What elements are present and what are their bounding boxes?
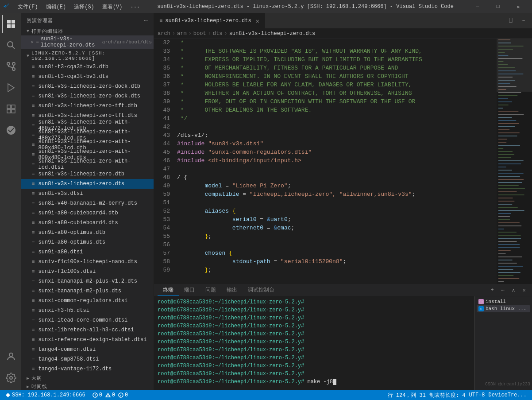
code-editor[interactable]: 3233343536373839404142434445464748495051… (154, 39, 497, 284)
status-tabsize[interactable]: 制表符长度: 4 (428, 390, 467, 400)
tab-close-button[interactable]: ✕ (254, 17, 261, 24)
terminal-prompt-3: root@d6788caa53d9:~/licheepi/linux-zero-… (158, 323, 304, 329)
tree-item-label: suniv-f1c100s.dtsi (39, 268, 96, 275)
status-line-ending[interactable]: DeviceTre... (487, 390, 528, 400)
terminal-split-button[interactable]: ⋯ (498, 286, 507, 295)
status-ssh[interactable]: SSH: 192.168.1.249:6666 (4, 390, 87, 400)
breadcrumb: arch › arm › boot › dts › sun8i-v3s-lich… (154, 29, 532, 39)
breadcrumb-boot[interactable]: boot (193, 31, 206, 37)
code-line: chosen { (177, 249, 497, 257)
tree-item[interactable]: ≡ sun8i-v3s-licheepi-zero.dts (21, 179, 154, 189)
editor-close-button[interactable]: ✕ (30, 39, 34, 45)
status-position[interactable]: 行 124，列 31 (386, 390, 428, 400)
timeline-section-header[interactable]: ▶ 时间线 (21, 382, 154, 390)
tree-item[interactable]: ≡ sun8i-v3s-licheepi-zero-dock.dts (21, 91, 154, 101)
code-lines[interactable]: * * THE SOFTWARE IS PROVIDED "AS IS", WI… (173, 39, 497, 284)
tree-item[interactable]: ≡ sun9i-a80-cubieboard4.dts (21, 218, 154, 228)
tree-item[interactable]: ≡ tango4-smp8758.dtsi (21, 354, 154, 364)
sidebar-menu-button[interactable]: ⋯ (144, 17, 148, 24)
menu-file[interactable]: 文件(F) (14, 2, 42, 12)
new-terminal-button[interactable]: + (488, 286, 497, 295)
code-line: stdout-path = "serial0:115200n8"; (177, 257, 497, 266)
activity-account[interactable] (2, 348, 19, 365)
file-type-icon: ≡ (32, 201, 35, 206)
tree-item[interactable]: ≡ tango4-vantage-1172.dts (21, 364, 154, 374)
outline-chevron: ▶ (27, 376, 30, 381)
file-type-icon: ≡ (32, 220, 35, 225)
code-line: #include <dt-bindings/input/input.h> (177, 156, 497, 165)
open-editor-item[interactable]: ✕ ≡ sun8i-v3s-licheepi-zero.dts arch/arm… (21, 35, 154, 49)
line-number: 54 (154, 224, 170, 232)
terminal-close-button[interactable]: ✕ (520, 286, 528, 295)
code-line (177, 123, 497, 131)
status-encoding[interactable]: UTF-8 (467, 390, 487, 400)
status-errors[interactable]: 0 0 0 (91, 390, 130, 400)
tree-item[interactable]: ≡ sun8i-t3-cqa3t-bv3.dts (21, 72, 154, 82)
minimize-button[interactable]: — (467, 0, 488, 13)
tab-icon: ≡ (159, 18, 162, 24)
terminal-install-item[interactable]: Ⓘ install (477, 298, 530, 305)
tree-item[interactable]: ≡ suniv-f1c100s-licheepi-nano.dts (21, 257, 154, 267)
file-type-icon: ≡ (32, 308, 35, 313)
editor-tab-active[interactable]: ≡ sun8i-v3s-licheepi-zero.dts ✕ (154, 13, 265, 28)
tree-item[interactable]: ≡ sun9i-a80-cubieboard4.dtb (21, 208, 154, 218)
activity-explorer[interactable] (2, 15, 19, 33)
tree-item[interactable]: ≡ sunxi-itead-core-common.dtsi (21, 315, 154, 325)
breadcrumb-file[interactable]: sun8i-v3s-licheepi-zero.dts (229, 31, 315, 37)
maximize-button[interactable]: □ (488, 0, 508, 13)
panel-tab-output[interactable]: 输出 (221, 284, 243, 296)
menu-select[interactable]: 选择(S) (70, 2, 98, 12)
terminal-maximize-button[interactable]: ∧ (509, 286, 518, 295)
tree-item[interactable]: ≡ sun8i-v3s.dtsi (21, 189, 154, 198)
explorer-root-header[interactable]: ▼ LINUX-ZERO-5.2.Y [SSH: 192.168.1.249:6… (21, 50, 154, 62)
tab-actions: ⎕ ⋯ (502, 13, 532, 28)
tree-item[interactable]: ≡ sunxi-common-regulators.dtsi (21, 296, 154, 306)
tree-item[interactable]: ≡ sun8i-v3s-licheepi-zero-tft.dtb (21, 101, 154, 111)
activity-search[interactable] (2, 36, 19, 54)
tree-item[interactable]: ≡ sunxi-libretech-all-h3-cc.dtsi (21, 325, 154, 335)
tree-item[interactable]: ≡ sun8i-v3s-licheepi-zero.dtb (21, 169, 154, 179)
tree-item[interactable]: ≡ sunxi-reference-design-tablet.dtsi (21, 335, 154, 345)
activity-source-control[interactable] (2, 58, 19, 75)
tree-item[interactable]: ≡ tango4-common.dtsi (21, 345, 154, 354)
panel-tab-terminal[interactable]: 终端 (158, 284, 179, 296)
panel-tab-debug[interactable]: 调试控制台 (243, 284, 280, 296)
tree-item[interactable]: ≡ sun8i-v3s-licheepi-zero-dock.dtb (21, 82, 154, 91)
menu-view[interactable]: 查看(V) (99, 2, 126, 12)
terminal-line: root@d6788caa53d9:~/licheepi/linux-zero-… (158, 370, 450, 378)
tree-item-label: sunxi-h3-h5.dtsi (39, 307, 89, 314)
breadcrumb-dts[interactable]: dts (213, 31, 223, 37)
panel-tab-ports[interactable]: 端口 (179, 284, 200, 296)
tree-item[interactable]: ≡ sun8i-v3s-licheepi-zero-with-lcd.dtsi (21, 159, 154, 169)
activity-extensions[interactable] (2, 100, 19, 118)
breadcrumb-arm[interactable]: arm (177, 31, 187, 37)
menu-edit[interactable]: 编辑(E) (42, 2, 70, 12)
more-actions-button[interactable]: ⋯ (518, 16, 528, 26)
terminal-content[interactable]: root@d6788caa53d9:~/licheepi/linux-zero-… (154, 296, 474, 390)
activity-run[interactable] (2, 79, 19, 97)
tree-item[interactable]: ≡ sunxi-bananapi-m2-plus.dts (21, 286, 154, 296)
tree-item[interactable]: ≡ suniv-f1c100s.dtsi (21, 267, 154, 276)
tree-item[interactable]: ≡ sunxi-h3-h5.dtsi (21, 306, 154, 315)
terminal-prompt-2: root@d6788caa53d9:~/licheepi/linux-zero-… (158, 315, 304, 321)
menu-more[interactable]: ... (127, 2, 143, 12)
tree-item[interactable]: ≡ sun9i-a80.dtsi (21, 247, 154, 257)
code-content[interactable]: 3233343536373839404142434445464748495051… (154, 39, 497, 284)
outline-section-header[interactable]: ▶ 大纲 (21, 374, 154, 382)
panel-tab-problems[interactable]: 问题 (200, 284, 221, 296)
activity-settings[interactable] (2, 369, 19, 387)
tree-item[interactable]: ≡ sunxi-bananapi-m2-plus-v1.2.dts (21, 276, 154, 286)
code-line: * WHETHER IN AN ACTION OF CONTRACT, TORT… (177, 89, 497, 97)
tree-item[interactable]: ≡ sun9i-a80-optimus.dts (21, 237, 154, 247)
close-button[interactable]: ✕ (508, 0, 528, 13)
activity-remote[interactable] (2, 121, 19, 139)
terminal-bash-item[interactable]: > bash linux-... (477, 305, 530, 312)
tree-item[interactable]: ≡ sun8i-t3-cqa3t-bv3.dtb (21, 62, 154, 72)
file-type-icon: ≡ (32, 366, 35, 372)
tree-item[interactable]: ≡ sun8i-v40-bananapi-m2-berry.dts (21, 198, 154, 208)
open-editors-header[interactable]: ▼ 打开的编辑器 (21, 27, 154, 35)
breadcrumb-arch[interactable]: arch (158, 31, 170, 37)
split-editor-button[interactable]: ⎕ (505, 16, 516, 26)
file-type-icon: ≡ (32, 93, 35, 99)
tree-item[interactable]: ≡ sun9i-a80-optimus.dtb (21, 228, 154, 237)
